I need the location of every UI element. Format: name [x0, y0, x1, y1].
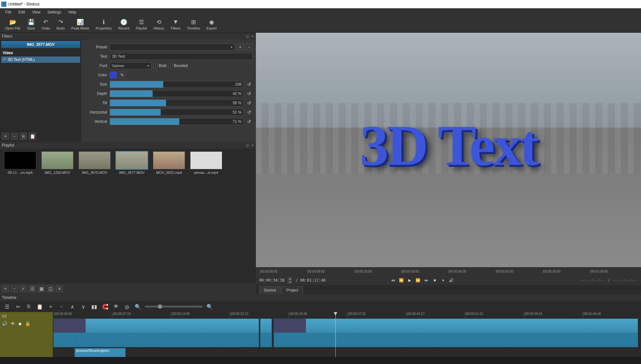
- remove-button[interactable]: －: [58, 303, 65, 310]
- preview-ruler[interactable]: |00:00;00:00|00:00:09:60|00:00;20:00|00:…: [256, 267, 641, 275]
- timeline-clip-1[interactable]: [53, 318, 259, 347]
- track-header[interactable]: V2 🔊 👁 ◆ 🔓: [0, 312, 53, 357]
- reset-icon[interactable]: ↺: [246, 90, 253, 97]
- playlist-remove-button[interactable]: －: [11, 285, 18, 292]
- snap-button[interactable]: 🧲: [101, 303, 109, 310]
- menu-edit[interactable]: Edit: [15, 9, 28, 15]
- slider-label: Size: [85, 82, 110, 87]
- skip-start-button[interactable]: ⏮: [390, 277, 396, 284]
- playlist-item[interactable]: IMG_1250.MOV: [40, 151, 75, 174]
- playlist-detail-view-button[interactable]: ≡: [56, 285, 63, 292]
- eyedropper-button[interactable]: ✎: [119, 72, 126, 79]
- remove-filter-button[interactable]: －: [11, 133, 18, 140]
- preset-add-button[interactable]: ＋: [237, 44, 244, 51]
- cut-button[interactable]: ✂: [14, 303, 22, 310]
- zoom-slider[interactable]: [145, 306, 203, 308]
- tab-project[interactable]: Project: [282, 286, 303, 294]
- export-button[interactable]: ◉Export: [203, 18, 220, 31]
- copy-button[interactable]: ⎘: [25, 303, 33, 310]
- filters-button[interactable]: ▼Filters: [168, 18, 184, 31]
- playlist-add-button[interactable]: ＋: [2, 285, 9, 292]
- vertical-slider[interactable]: 71 %: [110, 118, 244, 125]
- text-input[interactable]: [110, 53, 253, 60]
- tilt-slider[interactable]: 56 %: [110, 99, 244, 106]
- timecode-spinner[interactable]: ▲▼: [288, 277, 292, 284]
- panel-popout-icon[interactable]: ◱: [245, 143, 249, 148]
- add-filter-button[interactable]: ＋: [2, 133, 9, 140]
- size-slider[interactable]: 108: [110, 81, 244, 88]
- reset-icon[interactable]: ↺: [246, 118, 253, 125]
- save-button[interactable]: 💾Save: [24, 18, 38, 31]
- ripple-button[interactable]: ◎: [123, 303, 131, 310]
- overwrite-button[interactable]: ∨: [80, 303, 87, 310]
- playlist-button[interactable]: ☰Playlist: [133, 18, 150, 31]
- playlist-item[interactable]: 09-11 ...on.mp4: [3, 151, 38, 174]
- playlist-item[interactable]: IMG_3577.MOV: [114, 151, 149, 174]
- track-composite-icon[interactable]: ◆: [18, 321, 22, 326]
- stop-button[interactable]: ■: [432, 277, 438, 284]
- playlist-grid-view-button[interactable]: ▦: [38, 285, 45, 292]
- split-button[interactable]: ▮▮: [90, 303, 98, 310]
- menu-help[interactable]: Help: [65, 9, 80, 15]
- recent-button[interactable]: 🕘Recent: [115, 18, 133, 31]
- tab-source[interactable]: Source: [259, 286, 281, 294]
- zoom-out-button[interactable]: 🔍: [134, 303, 142, 310]
- lift-button[interactable]: ∧: [69, 303, 76, 310]
- filter-3d-text[interactable]: 3D Text (HTML): [1, 56, 80, 63]
- timeline-clip-lower[interactable]: pinnacle20trackingtest.r: [74, 348, 126, 357]
- reset-icon[interactable]: ↺: [246, 81, 253, 88]
- timeline-menu-button[interactable]: ☰: [3, 303, 11, 310]
- panel-close-icon[interactable]: ✕: [250, 143, 255, 148]
- copy-filter-button[interactable]: ⎘: [20, 133, 27, 140]
- depth-slider[interactable]: 42 %: [110, 90, 244, 97]
- scrub-button[interactable]: 👁: [112, 303, 120, 310]
- playlist-item[interactable]: pinnac...st.mp4: [189, 151, 224, 174]
- track-mute-icon[interactable]: 🔊: [2, 321, 7, 326]
- preset-combo[interactable]: [110, 44, 235, 51]
- timeline-button[interactable]: ⊞Timeline: [184, 18, 203, 31]
- preview-monitor[interactable]: 3D Text: [256, 33, 641, 267]
- menu-file[interactable]: File: [2, 9, 14, 15]
- rewind-button[interactable]: ⏪: [398, 277, 405, 284]
- color-swatch[interactable]: [110, 72, 117, 79]
- timecode-current[interactable]: 00:00:34:38: [259, 278, 284, 283]
- playhead[interactable]: [335, 312, 336, 357]
- track-lock-icon[interactable]: 🔓: [25, 321, 30, 326]
- playlist-list-view-button[interactable]: ☰: [29, 285, 36, 292]
- playlist-item[interactable]: MOV_0022.mp4: [151, 151, 187, 174]
- paste-button[interactable]: 📋: [36, 303, 44, 310]
- panel-close-icon[interactable]: ✕: [250, 34, 255, 38]
- playlist-tile-view-button[interactable]: ◫: [47, 285, 54, 292]
- paste-filter-button[interactable]: 📋: [29, 133, 36, 140]
- menu-settings[interactable]: Settings: [44, 9, 64, 15]
- horizontal-slider[interactable]: 51 %: [110, 109, 244, 116]
- bold-checkbox[interactable]: ✓Bold: [153, 63, 166, 68]
- zoom-in-button[interactable]: 🔍: [206, 303, 214, 310]
- volume-button[interactable]: 🔊: [448, 277, 455, 284]
- dropdown-button[interactable]: ▾: [440, 277, 446, 284]
- reset-icon[interactable]: ↺: [246, 109, 253, 116]
- menu-view[interactable]: View: [29, 9, 44, 15]
- reset-icon[interactable]: ↺: [246, 99, 253, 106]
- append-button[interactable]: ＋: [47, 303, 55, 310]
- forward-button[interactable]: ⏩: [415, 277, 421, 284]
- panel-popout-icon[interactable]: ◱: [245, 34, 249, 38]
- undo-button[interactable]: ↶Undo: [38, 18, 53, 31]
- open-file-button[interactable]: 📂Open File: [2, 18, 24, 31]
- preset-remove-button[interactable]: －: [246, 44, 253, 51]
- playlist-item[interactable]: IMG_3570.MOV: [77, 151, 112, 174]
- timeline-clip-2[interactable]: [260, 318, 272, 347]
- redo-button[interactable]: ↷Redo: [53, 18, 68, 31]
- beveled-checkbox[interactable]: ✓Beveled: [168, 63, 188, 68]
- font-combo[interactable]: Optimer: [110, 62, 151, 69]
- properties-button[interactable]: ℹProperties: [93, 18, 115, 31]
- export-icon: ◉: [209, 19, 214, 26]
- skip-end-button[interactable]: ⏭: [423, 277, 430, 284]
- playlist-check-button[interactable]: ✓: [20, 285, 27, 292]
- track-hide-icon[interactable]: 👁: [11, 321, 15, 326]
- timeline-clip-3[interactable]: [274, 318, 638, 347]
- timeline-ruler[interactable]: |00:00:00:00|00:00:07:24|00:00:14:49|00:…: [53, 312, 641, 318]
- play-button[interactable]: ▶: [407, 277, 413, 284]
- history-button[interactable]: ⟲History: [150, 18, 167, 31]
- peak-meter-button[interactable]: 📊Peak Meter: [68, 18, 92, 31]
